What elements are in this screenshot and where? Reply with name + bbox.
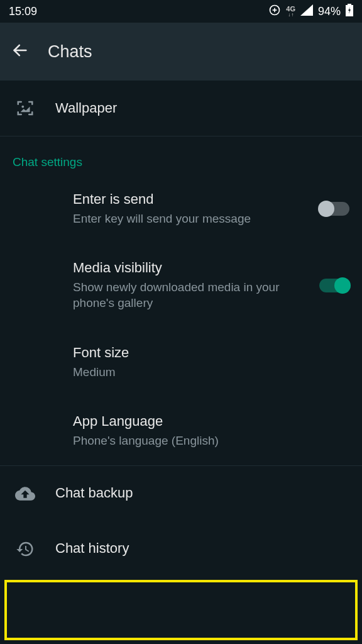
media-visibility-switch[interactable]: [319, 279, 349, 292]
media-visibility-subtitle: Show newly downloaded media in your phon…: [73, 279, 302, 311]
media-visibility-title: Media visibility: [73, 259, 302, 277]
enter-is-send-subtitle: Enter key will send your message: [73, 211, 302, 227]
wallpaper-icon: [13, 99, 38, 118]
app-language-subtitle: Phone's language (English): [73, 433, 349, 449]
app-bar-title: Chats: [48, 42, 92, 62]
app-language-item[interactable]: App Language Phone's language (English): [0, 396, 362, 465]
chat-history-item[interactable]: Chat history: [0, 521, 362, 577]
svg-point-6: [21, 106, 24, 108]
enter-is-send-switch[interactable]: [319, 202, 349, 216]
wallpaper-item[interactable]: Wallpaper: [0, 80, 362, 136]
app-bar: Chats: [0, 23, 362, 80]
status-time: 15:09: [9, 5, 37, 18]
back-icon[interactable]: [11, 42, 29, 62]
font-size-title: Font size: [73, 344, 349, 362]
status-right: 4G ↓↑ 94%: [268, 4, 353, 19]
app-language-title: App Language: [73, 413, 349, 431]
chat-backup-item[interactable]: Chat backup: [0, 466, 362, 521]
font-size-item[interactable]: Font size Medium: [0, 328, 362, 396]
history-icon: [13, 540, 38, 558]
chat-backup-label: Chat backup: [55, 484, 349, 502]
enter-is-send-item[interactable]: Enter is send Enter key will send your m…: [0, 174, 362, 243]
battery-icon: [346, 4, 353, 19]
battery-percent: 94%: [318, 5, 341, 18]
enter-is-send-title: Enter is send: [73, 191, 302, 209]
chat-history-label: Chat history: [55, 540, 349, 558]
status-bar: 15:09 4G ↓↑ 94%: [0, 0, 362, 23]
svg-rect-3: [348, 4, 351, 5]
signal-icon: [300, 4, 313, 19]
section-header-chat-settings: Chat settings: [0, 136, 362, 174]
media-visibility-item[interactable]: Media visibility Show newly downloaded m…: [0, 243, 362, 328]
highlight-rectangle: [4, 580, 358, 640]
cloud-upload-icon: [13, 484, 38, 504]
network-4g-icon: 4G ↓↑: [286, 6, 295, 18]
wallpaper-label: Wallpaper: [55, 99, 349, 118]
cast-icon: [268, 4, 281, 19]
font-size-subtitle: Medium: [73, 364, 349, 380]
